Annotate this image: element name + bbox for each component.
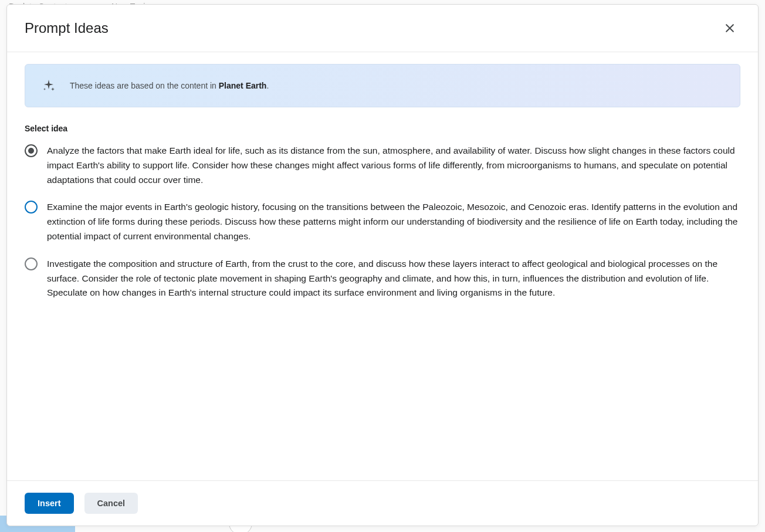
insert-button[interactable]: Insert	[25, 493, 74, 514]
modal-footer: Insert Cancel	[7, 480, 758, 526]
modal-header: Prompt Ideas	[7, 5, 758, 52]
idea-text: Analyze the factors that make Earth idea…	[47, 144, 740, 187]
modal-body: These ideas are based on the content in …	[7, 52, 758, 480]
prompt-ideas-modal: Prompt Ideas These ideas are based on th…	[6, 4, 759, 526]
cancel-button[interactable]: Cancel	[84, 493, 138, 514]
banner-text: These ideas are based on the content in …	[70, 81, 269, 90]
close-button[interactable]	[719, 18, 740, 39]
close-icon	[724, 22, 736, 34]
idea-option-2[interactable]: Examine the major events in Earth's geol…	[25, 200, 740, 243]
idea-list: Analyze the factors that make Earth idea…	[25, 144, 740, 300]
sparkle-icon	[42, 79, 56, 93]
banner-prefix: These ideas are based on the content in	[70, 81, 219, 90]
idea-option-3[interactable]: Investigate the composition and structur…	[25, 257, 740, 300]
modal-title: Prompt Ideas	[25, 20, 109, 36]
idea-text: Examine the major events in Earth's geol…	[47, 200, 740, 243]
radio-icon	[25, 201, 38, 214]
idea-text: Investigate the composition and structur…	[47, 257, 740, 300]
radio-icon	[25, 257, 38, 270]
select-idea-label: Select idea	[25, 124, 740, 133]
banner-source: Planet Earth	[219, 81, 267, 90]
idea-option-1[interactable]: Analyze the factors that make Earth idea…	[25, 144, 740, 187]
banner-suffix: .	[266, 81, 269, 90]
radio-icon	[25, 144, 38, 157]
info-banner: These ideas are based on the content in …	[25, 64, 740, 107]
